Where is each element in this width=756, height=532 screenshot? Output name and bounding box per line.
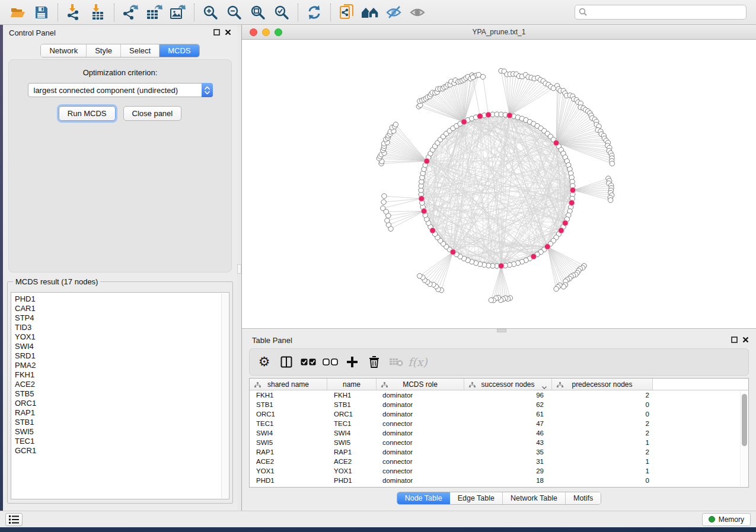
run-mcds-button[interactable]: Run MCDS — [59, 106, 116, 121]
select-all-icon[interactable] — [297, 351, 319, 373]
table-row[interactable]: SWI5SWI5connector431 — [250, 438, 748, 447]
table-cell[interactable]: 96 — [464, 390, 552, 400]
table-cell[interactable]: 18 — [464, 476, 552, 485]
table-scrollbar-thumb[interactable] — [742, 394, 747, 446]
table-cell[interactable]: SWI5 — [250, 438, 327, 447]
vertical-split-divider[interactable] — [237, 25, 241, 511]
table-cell[interactable]: connector — [377, 419, 464, 428]
table-cell[interactable]: 0 — [552, 409, 653, 419]
table-cell[interactable]: ACE2 — [327, 457, 377, 466]
zoom-in-icon[interactable] — [199, 2, 222, 23]
table-cell[interactable]: 2 — [552, 419, 653, 428]
export-network-icon[interactable] — [119, 2, 142, 23]
column-header-shared-name[interactable]: shared name — [250, 379, 327, 390]
deselect-all-icon[interactable] — [319, 351, 341, 373]
table-cell[interactable]: PHD1 — [327, 476, 377, 485]
table-cell[interactable]: connector — [377, 438, 464, 447]
mcds-node[interactable] — [559, 227, 564, 233]
refresh-icon[interactable] — [302, 2, 326, 23]
table-cell[interactable]: STB1 — [327, 400, 377, 409]
table-cell[interactable]: 47 — [464, 419, 552, 428]
table-cell[interactable]: SWI4 — [250, 428, 327, 438]
table-cell[interactable]: 2 — [552, 428, 653, 438]
table-cell[interactable]: 46 — [464, 428, 552, 438]
column-header-predecessor-nodes[interactable]: predecessor nodes — [552, 379, 653, 390]
mcds-node-item[interactable]: PMA2 — [15, 361, 229, 370]
table-settings-icon[interactable]: ⚙ — [253, 351, 275, 373]
table-cell[interactable]: dominator — [377, 476, 464, 485]
network-graph[interactable] — [242, 40, 756, 329]
table-cell[interactable]: dominator — [377, 390, 464, 400]
graph-node[interactable] — [608, 198, 613, 203]
mcds-node-item[interactable]: FKH1 — [15, 370, 229, 380]
table-cell[interactable]: 2 — [552, 447, 653, 457]
table-cell[interactable]: 31 — [464, 457, 552, 466]
mcds-node[interactable] — [430, 227, 436, 233]
table-cell[interactable]: YOX1 — [250, 466, 327, 476]
zoom-fit-icon[interactable] — [246, 2, 270, 23]
tab-node-table[interactable]: Node Table — [397, 492, 450, 504]
graph-node[interactable] — [384, 209, 388, 214]
table-row[interactable]: STB1STB1dominator620 — [250, 400, 748, 409]
import-network-icon[interactable] — [62, 2, 86, 23]
tab-network-table[interactable]: Network Table — [503, 492, 566, 504]
mcds-node[interactable] — [507, 113, 513, 118]
table-cell[interactable]: 61 — [464, 409, 552, 419]
table-cell[interactable]: RAP1 — [250, 447, 327, 457]
table-cell[interactable]: RAP1 — [327, 447, 377, 457]
graph-node[interactable] — [382, 194, 387, 198]
table-cell[interactable]: 0 — [552, 476, 653, 485]
graph-node[interactable] — [610, 161, 614, 166]
add-column-icon[interactable] — [341, 351, 363, 373]
mcds-node-item[interactable]: SWI5 — [15, 427, 229, 437]
table-cell[interactable]: 1 — [552, 466, 653, 476]
mcds-node-item[interactable]: TEC1 — [15, 437, 229, 446]
tab-motifs[interactable]: Motifs — [566, 492, 601, 504]
mcds-node-item[interactable]: RAP1 — [15, 408, 229, 418]
column-header-mcds-role[interactable]: MCDS role — [377, 379, 464, 390]
mcds-node[interactable] — [421, 209, 427, 214]
graph-node[interactable] — [554, 287, 559, 291]
export-image-icon[interactable] — [166, 2, 190, 23]
table-cell[interactable]: 1 — [552, 457, 653, 466]
table-row[interactable]: FKH1FKH1dominator962 — [250, 390, 748, 400]
hide-selected-icon[interactable] — [382, 2, 406, 23]
table-cell[interactable]: ORC1 — [250, 409, 327, 419]
mcds-node-item[interactable]: PHD1 — [15, 294, 229, 304]
mcds-node[interactable] — [461, 119, 467, 125]
mcds-node[interactable] — [486, 112, 492, 118]
table-cell[interactable]: 43 — [464, 438, 552, 447]
mcds-node[interactable] — [477, 113, 483, 119]
mcds-node[interactable] — [531, 254, 537, 259]
tab-style[interactable]: Style — [87, 44, 121, 57]
mcds-node-item[interactable]: SWI4 — [15, 342, 229, 351]
mcds-node-item[interactable]: SRD1 — [15, 351, 229, 361]
network-canvas[interactable] — [242, 40, 756, 328]
table-scrollbar-track[interactable] — [740, 391, 748, 486]
zoom-selected-icon[interactable] — [270, 2, 294, 23]
table-cell[interactable]: YOX1 — [327, 466, 377, 476]
export-table-icon[interactable] — [142, 2, 166, 23]
mcds-node-item[interactable]: GCR1 — [15, 446, 229, 456]
float-panel-icon[interactable] — [731, 335, 738, 345]
table-cell[interactable]: ACE2 — [250, 457, 327, 466]
tab-network[interactable]: Network — [41, 44, 87, 57]
import-table-icon[interactable] — [86, 2, 110, 23]
table-cell[interactable]: 35 — [464, 447, 552, 457]
graph-node[interactable] — [393, 122, 398, 127]
mcds-node[interactable] — [569, 200, 575, 206]
table-row[interactable]: ORC1ORC1dominator610 — [250, 409, 748, 419]
list-scrollbar-track[interactable] — [221, 293, 228, 498]
table-row[interactable]: TEC1TEC1connector472 — [250, 419, 748, 428]
column-header-successor-nodes[interactable]: successor nodes — [464, 379, 552, 390]
mcds-node[interactable] — [498, 263, 504, 269]
table-cell[interactable]: connector — [377, 466, 464, 476]
zoom-out-icon[interactable] — [222, 2, 246, 23]
mcds-node[interactable] — [450, 249, 456, 255]
table-cell[interactable]: 2 — [552, 390, 653, 400]
tab-edge-table[interactable]: Edge Table — [450, 492, 503, 504]
mcds-node[interactable] — [563, 220, 569, 226]
column-header-name[interactable]: name — [327, 379, 377, 390]
table-cell[interactable]: dominator — [377, 409, 464, 419]
divider-grip[interactable] — [237, 264, 241, 274]
